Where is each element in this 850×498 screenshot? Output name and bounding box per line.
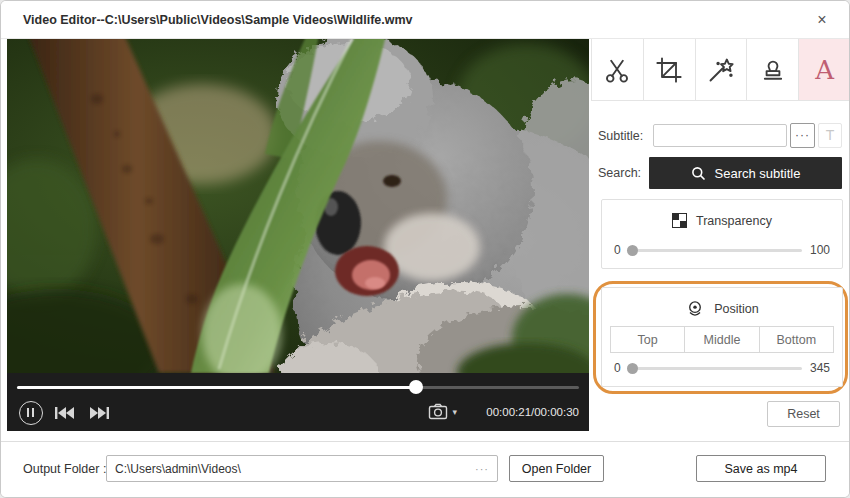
timecode: 00:00:21/00:00:30 bbox=[486, 406, 579, 418]
magic-wand-icon bbox=[707, 56, 735, 84]
tab-effects[interactable] bbox=[696, 39, 748, 100]
position-max: 345 bbox=[810, 361, 830, 375]
checkerboard-icon bbox=[672, 213, 687, 228]
snapshot-control[interactable]: ▾ bbox=[428, 403, 457, 420]
search-subtitle-label: Search subtitle bbox=[715, 166, 801, 181]
progress-knob[interactable] bbox=[409, 380, 423, 394]
tab-subtitle[interactable]: A bbox=[799, 39, 850, 100]
stamp-icon bbox=[759, 56, 787, 84]
subtitle-panel: A Subtitle: ··· T Search: Search subtitl… bbox=[591, 39, 850, 441]
transparency-title: Transparency bbox=[696, 214, 772, 228]
transparency-slider-handle[interactable] bbox=[627, 245, 638, 256]
tab-trim[interactable] bbox=[592, 39, 644, 100]
output-folder-input[interactable]: C:\Users\admin\Videos\ ··· bbox=[106, 455, 498, 482]
reset-button[interactable]: Reset bbox=[767, 401, 840, 427]
window-title: Video Editor--C:\Users\Public\Videos\Sam… bbox=[23, 13, 413, 27]
browse-subtitle-button[interactable]: ··· bbox=[790, 123, 815, 148]
position-middle-button[interactable]: Middle bbox=[684, 326, 759, 353]
transparency-slider[interactable] bbox=[629, 249, 802, 252]
tab-watermark[interactable] bbox=[747, 39, 799, 100]
position-title: Position bbox=[714, 302, 758, 316]
transparency-panel: Transparency 0 100 bbox=[601, 199, 843, 269]
output-folder-ellipsis[interactable]: ··· bbox=[475, 463, 489, 475]
video-editor-window: Video Editor--C:\Users\Public\Videos\Sam… bbox=[0, 0, 850, 498]
open-folder-button[interactable]: Open Folder bbox=[509, 455, 604, 482]
progress-fill bbox=[17, 386, 416, 389]
position-slider-handle[interactable] bbox=[627, 363, 638, 374]
subtitle-label: Subtitle: bbox=[598, 129, 643, 143]
video-player: ▾ 00:00:21/00:00:30 bbox=[7, 39, 589, 431]
save-as-mp4-button[interactable]: Save as mp4 bbox=[696, 455, 826, 482]
skip-back-icon[interactable] bbox=[55, 406, 75, 420]
snapshot-caret-icon[interactable]: ▾ bbox=[452, 407, 457, 417]
position-buttons: Top Middle Bottom bbox=[610, 326, 834, 353]
scissors-icon bbox=[603, 56, 631, 84]
camera-icon[interactable] bbox=[428, 403, 448, 420]
tab-crop[interactable] bbox=[644, 39, 696, 100]
search-label: Search: bbox=[598, 166, 641, 180]
text-style-button: T bbox=[818, 123, 842, 148]
position-top-button[interactable]: Top bbox=[610, 326, 685, 353]
skip-forward-icon[interactable] bbox=[89, 406, 109, 420]
letter-a-icon: A bbox=[815, 55, 834, 85]
transparency-min: 0 bbox=[614, 243, 621, 257]
footer-bar: Output Folder : C:\Users\admin\Videos\ ·… bbox=[1, 441, 849, 498]
close-icon[interactable]: × bbox=[811, 10, 833, 32]
search-subtitle-button[interactable]: Search subtitle bbox=[649, 157, 842, 189]
location-pin-icon bbox=[685, 298, 705, 319]
subtitle-input[interactable] bbox=[653, 124, 787, 147]
position-panel: Position Top Middle Bottom 0 345 bbox=[601, 287, 843, 387]
edit-toolbar: A bbox=[591, 39, 850, 101]
output-folder-path: C:\Users\admin\Videos\ bbox=[115, 462, 475, 476]
search-icon bbox=[691, 166, 706, 181]
crop-icon bbox=[655, 56, 683, 84]
output-folder-label: Output Folder : bbox=[23, 462, 106, 476]
pause-icon[interactable] bbox=[19, 401, 43, 425]
position-slider[interactable] bbox=[629, 367, 802, 370]
position-bottom-button[interactable]: Bottom bbox=[759, 326, 834, 353]
video-frame-koala bbox=[7, 39, 589, 373]
player-controls: ▾ 00:00:21/00:00:30 bbox=[7, 397, 589, 431]
playback-progress[interactable] bbox=[17, 380, 579, 394]
transparency-max: 100 bbox=[810, 243, 830, 257]
title-bar: Video Editor--C:\Users\Public\Videos\Sam… bbox=[1, 1, 849, 39]
position-min: 0 bbox=[614, 361, 621, 375]
